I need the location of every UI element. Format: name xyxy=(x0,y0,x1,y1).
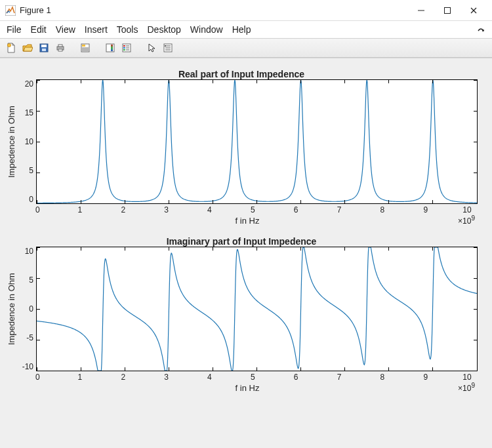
new-file-icon[interactable] xyxy=(4,41,18,55)
titlebar: Figure 1 xyxy=(0,0,492,21)
data-cursor-icon[interactable] xyxy=(78,41,92,55)
subplot-imag: Imaginary part of Input Impedence Impede… xyxy=(5,236,478,393)
x-multiplier: ×109 xyxy=(458,382,478,393)
figure-area: Real part of Input Impedence Impedence i… xyxy=(0,58,492,448)
svg-rect-30 xyxy=(165,45,166,47)
ylabel: Impedence in Ohm xyxy=(5,79,18,204)
close-button[interactable] xyxy=(461,1,487,20)
x-multiplier: ×109 xyxy=(458,214,478,226)
axes-title: Real part of Input Impedence xyxy=(5,69,478,79)
window-title: Figure 1 xyxy=(20,5,51,15)
menu-tools[interactable]: Tools xyxy=(117,24,138,35)
menubar: File Edit View Insert Tools Desktop Wind… xyxy=(0,21,492,38)
svg-rect-18 xyxy=(111,45,113,51)
svg-rect-21 xyxy=(123,47,125,49)
x-axis-ticks: 01 23 45 67 89 10 xyxy=(37,204,478,214)
maximize-button[interactable] xyxy=(434,1,461,20)
svg-rect-20 xyxy=(123,45,125,47)
open-icon[interactable] xyxy=(20,41,35,55)
xlabel: f in Hz xyxy=(37,216,458,226)
svg-point-5 xyxy=(7,43,10,47)
menu-file[interactable]: File xyxy=(7,24,22,35)
svg-rect-2 xyxy=(445,7,451,13)
y-axis-ticks: 10 5 0 -5 -10 xyxy=(18,247,36,371)
print-icon[interactable] xyxy=(53,41,68,55)
y-axis-ticks: 20 15 10 5 0 xyxy=(18,79,36,204)
svg-rect-8 xyxy=(42,49,46,51)
matlab-icon xyxy=(5,5,16,16)
xlabel: f in Hz xyxy=(37,383,458,393)
pointer-icon[interactable] xyxy=(144,41,159,55)
toolbar xyxy=(0,38,492,58)
axes-imag[interactable] xyxy=(36,247,478,371)
minimize-button[interactable] xyxy=(408,1,434,20)
colorbar-icon[interactable] xyxy=(103,41,117,55)
menu-insert[interactable]: Insert xyxy=(85,24,108,35)
menu-window[interactable]: Window xyxy=(190,24,223,35)
svg-rect-13 xyxy=(82,45,85,47)
properties-icon[interactable] xyxy=(161,41,175,55)
x-axis-ticks: 01 23 45 67 89 10 xyxy=(37,371,478,382)
svg-rect-17 xyxy=(106,44,114,52)
svg-rect-22 xyxy=(123,49,125,51)
subplot-real: Real part of Input Impedence Impedence i… xyxy=(5,69,478,226)
menu-desktop[interactable]: Desktop xyxy=(147,24,180,35)
svg-rect-11 xyxy=(58,49,62,51)
menu-edit[interactable]: Edit xyxy=(31,24,47,35)
ylabel: Impedence in Ohm xyxy=(5,247,18,371)
dock-arrow-icon[interactable] xyxy=(476,24,485,35)
save-icon[interactable] xyxy=(37,41,51,55)
svg-rect-10 xyxy=(58,45,62,47)
svg-rect-7 xyxy=(41,45,47,47)
menu-help[interactable]: Help xyxy=(232,24,251,35)
menu-view[interactable]: View xyxy=(56,24,75,35)
axes-title: Imaginary part of Input Impedence xyxy=(5,236,478,247)
axes-real[interactable] xyxy=(36,79,478,204)
legend-icon[interactable] xyxy=(119,41,134,55)
